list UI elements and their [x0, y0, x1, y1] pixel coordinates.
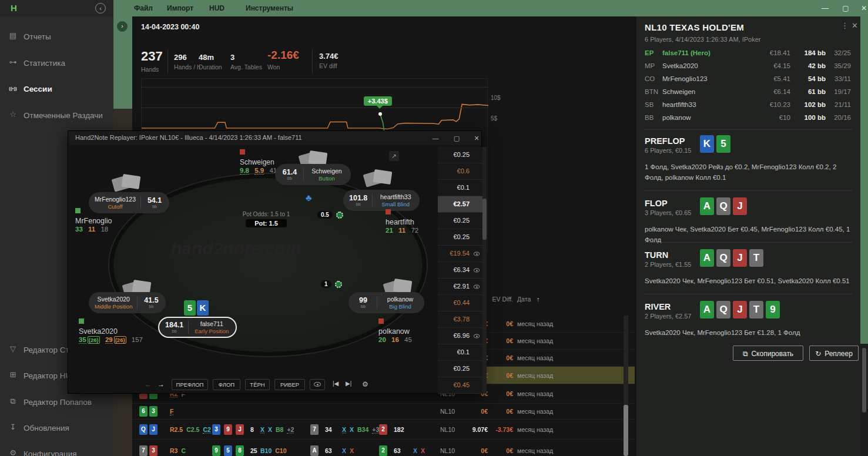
amount: €6.96 [453, 332, 470, 339]
pot-list-item[interactable]: €2.91 [438, 279, 482, 295]
pot-list-item[interactable]: €0.25 [438, 213, 482, 229]
replayer-settings-button[interactable]: ⚙ [362, 380, 368, 388]
configuration-icon: ⚙ [7, 448, 19, 456]
pot-list-item[interactable]: €0.6 [438, 163, 482, 180]
window-minimize-button[interactable]: — [817, 1, 833, 15]
window-close-button[interactable]: ✕ [856, 1, 868, 15]
column-header-date[interactable]: Дата [517, 296, 531, 303]
pot-list-item[interactable]: €19.54 [438, 246, 482, 262]
player-badge-svetka2020[interactable]: Svetka2020 Middle Position 41.5bb [89, 292, 166, 313]
replayer-minimize-button[interactable]: — [428, 133, 443, 143]
copy-button[interactable]: ⧉Скопировать [733, 346, 803, 361]
stack-bb: 184.1 [165, 321, 183, 329]
hud-player-name: Svetka2020 [79, 327, 155, 336]
pot-list-item[interactable]: €3.78 [438, 311, 482, 328]
sidebar-item-configuration[interactable]: ⚙ Конфигурация [0, 445, 113, 456]
hands-table-scrollbar[interactable] [624, 316, 628, 456]
column-header-ev-diff[interactable]: EV Diff. [492, 296, 513, 303]
player-badge-schweigen[interactable]: 61.4bb Schweigen Button [275, 164, 351, 185]
preflop-button[interactable]: ПРЕФЛОП [172, 379, 208, 390]
sidebar-item-updates[interactable]: ↧ Обновления [0, 420, 113, 437]
sidebar-item-statistics[interactable]: ⊶ Статистика [0, 55, 113, 72]
bb-label: bb [281, 176, 299, 180]
panel-player-row[interactable]: BTN Schweigen €6.14 61 bb 19/17 [636, 88, 860, 100]
date-cell: месяц назад [517, 390, 553, 397]
sidebar-item-sessions[interactable]: ((•)) Сессии [0, 81, 113, 98]
turn-card: 7 34 [310, 424, 332, 435]
menu-file[interactable]: Файл [134, 0, 153, 16]
hand-subtitle: 6 Players, 4/14/2023 1:26:33 AM, IPoker [645, 36, 761, 43]
pot-list-item[interactable]: €0.1 [438, 180, 482, 196]
stack-bb: 101.8 [349, 195, 367, 202]
right-scrollbar-thumb[interactable] [862, 348, 866, 413]
table-row[interactable]: Q J R2.5 C2.5 C2 3 9 J 8 X X B8 [132, 420, 635, 440]
panel-player-row[interactable]: SB heartfifth33 €10.23 102 bb 21/11 [636, 101, 860, 113]
river-button[interactable]: РИВЕР [274, 379, 305, 390]
ev-diff-cell: 0€ [506, 354, 513, 361]
menu-hud[interactable]: HUD [209, 0, 224, 16]
window-maximize-button[interactable]: ▢ [837, 1, 854, 15]
turn-button[interactable]: ТЁРН [245, 379, 270, 390]
card: 5 [224, 445, 232, 456]
ev-diff-cell: 0€ [506, 408, 513, 415]
player-badge-false711-hero[interactable]: 184.1bb false711 Early Position [158, 317, 237, 338]
panel-player-row[interactable]: CO MrFenoglio123 €5.41 54 bb 33/11 [636, 75, 860, 88]
card: J [733, 301, 747, 318]
pot-list-item[interactable]: €6.96 [438, 328, 482, 344]
sidebar-item-popup-editor[interactable]: ⧉ Редактор Попапов [0, 394, 113, 411]
panel-menu-icon[interactable]: ⋮ [841, 21, 849, 30]
pot-list-scrollbar[interactable] [482, 147, 487, 394]
expand-chart-icon[interactable]: ↗ [389, 151, 399, 161]
pot-list-item[interactable]: €0.25 [438, 229, 482, 246]
replayer-close-button[interactable]: ✕ [469, 133, 484, 143]
action-token: X [421, 447, 425, 454]
hud-player-name: polkanow [378, 327, 443, 336]
scrollbar-thumb[interactable] [482, 199, 487, 240]
hud-stats: 35(26) 29(26) 157 [79, 336, 155, 343]
sidebar-collapse-button[interactable]: ‹ [95, 3, 106, 14]
player-badge-polkanow[interactable]: 99bb polkanow Big Blind [348, 292, 424, 313]
next-action-button[interactable]: → [157, 380, 165, 388]
sidebar-item-marked-hands[interactable]: ☆ Отмеченные Раздачи [0, 107, 113, 125]
action-token: F [170, 408, 173, 415]
table-row[interactable]: 7 3 R3 C 9 5 8 25 B10 C10 A [132, 440, 635, 456]
sidebar-item-reports[interactable]: ▤ Отчеты [0, 28, 113, 46]
card: A [310, 445, 319, 456]
ev-diff-cell: 0€ [506, 372, 513, 379]
card: Q [139, 424, 148, 435]
panel-player-row[interactable]: BB polkanow €10 100 bb 20/16 [636, 114, 860, 126]
pot-size: 63 [394, 447, 401, 454]
panel-close-icon[interactable]: ✕ [852, 21, 858, 30]
replayer-maximize-button[interactable]: ▢ [449, 133, 464, 143]
panel-player-row[interactable]: MP Svetka2020 €4.15 42 bb 35/29 [636, 62, 860, 75]
pot-list-item[interactable]: €0.25 [438, 147, 482, 163]
table-row[interactable]: 6 3 F NL10 0€ 0€ месяц назад [132, 404, 635, 420]
show-cards-eye-button[interactable] [310, 379, 325, 390]
skip-to-end-button[interactable]: ▶| [346, 380, 351, 387]
chip-icon [335, 281, 342, 288]
stat-ev-diff: 3.74€ EV diff [319, 52, 339, 69]
stat-label: Avg. Tables [230, 63, 262, 71]
pot-list-item[interactable]: €0.45 [438, 377, 482, 394]
panel-player-row[interactable]: EP false711 (Hero) €18.41 184 bb 32/25 [636, 49, 860, 62]
scrollbar-thumb[interactable] [624, 405, 628, 456]
pot-list-item[interactable]: €0.44 [438, 295, 482, 311]
pot-list-item[interactable]: €0.1 [438, 344, 482, 361]
prev-action-button[interactable]: ← [145, 380, 152, 388]
expand-panel-button[interactable]: › [117, 21, 128, 32]
skip-to-start-button[interactable]: |◀ [333, 380, 339, 387]
pot-list-item[interactable]: €0.25 [438, 361, 482, 377]
amount: €0.6 [457, 167, 470, 175]
menu-import[interactable]: Импорт [167, 0, 193, 16]
ev-diff-cell: 0€ [506, 337, 513, 344]
pot-list-item[interactable]: €6.34 [438, 262, 482, 279]
right-frame-strip [860, 16, 868, 344]
action-token: +3 [372, 425, 379, 433]
stat-hands: 237 Hands [141, 49, 163, 73]
flop-button[interactable]: ФЛОП [213, 379, 240, 390]
pot-list-item-selected[interactable]: €2.57 [438, 196, 482, 213]
replayer-titlebar[interactable]: Hand2Note Replayer: IPoker NL10€ - Illue… [68, 131, 481, 145]
action-token: X [268, 426, 272, 433]
open-replayer-button[interactable]: ↻Реплеер [809, 346, 859, 361]
menu-tools[interactable]: Инструменты [246, 0, 293, 16]
